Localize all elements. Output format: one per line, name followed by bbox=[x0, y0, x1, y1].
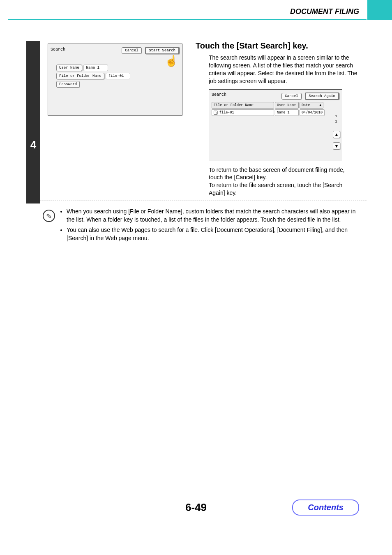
sort-icon: ▲ bbox=[319, 103, 321, 107]
row-file-name: file-01 bbox=[219, 111, 234, 115]
file-icon bbox=[214, 111, 218, 115]
user-name-value: Name 1 bbox=[83, 65, 108, 71]
note-icon: ✎ bbox=[42, 209, 56, 223]
column-date[interactable]: Date ▲ bbox=[300, 102, 323, 109]
password-button[interactable]: Password bbox=[56, 81, 80, 88]
column-user-name[interactable]: User Name bbox=[275, 102, 299, 109]
note-item-1: When you search using [File or Folder Na… bbox=[67, 208, 359, 224]
column-file-folder[interactable]: File or Folder Name bbox=[212, 102, 274, 109]
instruction-body: The search results will appear in a scre… bbox=[209, 54, 359, 85]
results-panel: Search Cancel Search Again File or Folde… bbox=[209, 89, 342, 161]
row-date: 04/04/2010 bbox=[300, 109, 325, 116]
section-divider bbox=[40, 201, 367, 201]
contents-button[interactable]: Contents bbox=[292, 500, 359, 516]
instruction-heading: Touch the [Start Search] key. bbox=[196, 41, 359, 51]
post-instruction-1: To return to the base screen of document… bbox=[209, 166, 359, 182]
page-indicator: 1 1 bbox=[332, 114, 340, 124]
scroll-down-button[interactable]: ▼ bbox=[333, 142, 340, 150]
results-title: Search bbox=[212, 92, 226, 97]
step-number: 4 bbox=[26, 139, 40, 151]
file-folder-name-value: file-01 bbox=[106, 73, 130, 79]
file-folder-name-button[interactable]: File or Folder Name bbox=[56, 73, 104, 79]
start-search-button[interactable]: Start Search bbox=[145, 47, 180, 54]
notes-block: When you search using [File or Folder Na… bbox=[61, 208, 359, 245]
header-title: DOCUMENT FILING bbox=[290, 7, 359, 16]
table-row[interactable]: file-01 Name 1 04/04/2010 bbox=[212, 109, 330, 116]
step-sidebar: 4 bbox=[26, 41, 40, 204]
results-cancel-button[interactable]: Cancel bbox=[281, 93, 301, 99]
cancel-button[interactable]: Cancel bbox=[122, 47, 141, 54]
search-again-button[interactable]: Search Again bbox=[305, 92, 339, 100]
search-panel: Search Cancel Start Search ☝ User Name N… bbox=[48, 44, 182, 116]
column-date-label: Date bbox=[302, 103, 310, 107]
user-name-button[interactable]: User Name bbox=[56, 65, 82, 71]
search-panel-title: Search bbox=[51, 47, 65, 52]
header-rule bbox=[8, 19, 367, 20]
touch-hand-icon: ☝ bbox=[165, 56, 178, 66]
scroll-up-button[interactable]: ▲ bbox=[333, 131, 340, 138]
row-user-name: Name 1 bbox=[275, 109, 299, 116]
header-accent bbox=[367, 0, 392, 20]
post-instruction-2: To return to the file search screen, tou… bbox=[209, 181, 359, 197]
note-item-2: You can also use the Web pages to search… bbox=[67, 226, 359, 242]
